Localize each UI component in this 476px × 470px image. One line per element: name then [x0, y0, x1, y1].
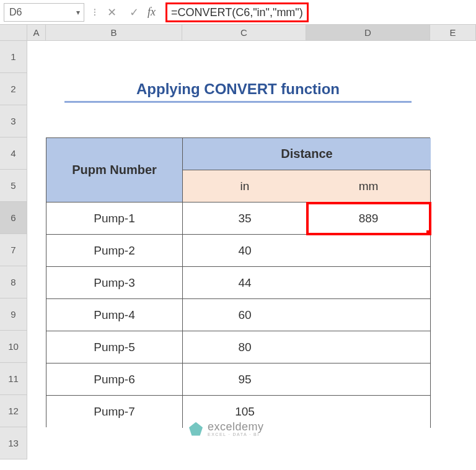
header-distance[interactable]: Distance: [183, 138, 431, 170]
cancel-formula-button[interactable]: ✕: [100, 3, 123, 22]
table-row[interactable]: Pump-5: [46, 331, 183, 363]
table-row[interactable]: 60: [183, 299, 307, 331]
table-row[interactable]: 44: [183, 267, 307, 299]
table-row[interactable]: Pump-7: [46, 396, 183, 428]
spreadsheet-grid: A B C D E 1 2 3 4 5 6 7 8 9 10 11 12 13 …: [0, 25, 476, 459]
formula-text: =CONVERT(C6,"in","mm"): [165, 2, 309, 22]
table-row[interactable]: Pump-1: [46, 202, 183, 235]
row-header-12[interactable]: 12: [0, 395, 27, 427]
table-row[interactable]: [307, 396, 431, 428]
chevron-down-icon[interactable]: ▾: [76, 8, 80, 17]
table-row[interactable]: [307, 299, 431, 331]
fx-icon[interactable]: fx: [145, 6, 162, 19]
logo-icon: [189, 422, 203, 436]
table-row[interactable]: [307, 363, 431, 396]
row-header-9[interactable]: 9: [0, 298, 27, 331]
separator-icon: ⁝: [89, 6, 100, 19]
formula-bar: D6 ▾ ⁝ ✕ ✓ fx =CONVERT(C6,"in","mm"): [0, 0, 476, 25]
formula-input[interactable]: =CONVERT(C6,"in","mm"): [162, 3, 472, 22]
table-row[interactable]: 40: [183, 235, 307, 267]
table-row[interactable]: Pump-4: [46, 299, 183, 331]
accept-formula-button[interactable]: ✓: [123, 3, 145, 22]
row-header-8[interactable]: 8: [0, 266, 27, 298]
sheet-title-text: Applying CONVERT function: [136, 81, 340, 98]
row-header-2[interactable]: 2: [0, 73, 27, 105]
table-row[interactable]: Pump-6: [46, 363, 183, 396]
subheader-in[interactable]: in: [183, 170, 307, 202]
table-row[interactable]: [307, 331, 431, 363]
col-header-C[interactable]: C: [182, 25, 306, 40]
row-header-3[interactable]: 3: [0, 105, 27, 137]
row-header-4[interactable]: 4: [0, 137, 27, 170]
col-header-D[interactable]: D: [306, 25, 430, 40]
row-header-13[interactable]: 13: [0, 427, 27, 459]
watermark: exceldemy EXCEL · DATA · BI: [189, 421, 264, 437]
column-headers: A B C D E: [0, 25, 476, 41]
sheet-title: Applying CONVERT function: [46, 73, 430, 105]
select-all-corner[interactable]: [0, 25, 27, 40]
table-row[interactable]: [307, 235, 431, 267]
cell-D6[interactable]: 889: [307, 202, 431, 235]
cells-area[interactable]: Applying CONVERT function Pupm Number Di…: [27, 41, 476, 459]
col-header-B[interactable]: B: [46, 25, 182, 40]
row-header-7[interactable]: 7: [0, 234, 27, 266]
col-header-E[interactable]: E: [430, 25, 476, 40]
name-box[interactable]: D6 ▾: [4, 3, 84, 22]
table-row[interactable]: Pump-2: [46, 235, 183, 267]
data-table: Pupm Number Distance in mm Pump-1 35 889…: [46, 137, 430, 427]
row-header-5[interactable]: 5: [0, 170, 27, 202]
row-header-1[interactable]: 1: [0, 41, 27, 73]
subheader-mm[interactable]: mm: [307, 170, 431, 202]
row-header-10[interactable]: 10: [0, 331, 27, 363]
name-box-value: D6: [9, 7, 22, 18]
watermark-main: exceldemy: [208, 421, 264, 432]
table-row[interactable]: 80: [183, 331, 307, 363]
table-row[interactable]: Pump-3: [46, 267, 183, 299]
col-header-A[interactable]: A: [27, 25, 46, 40]
row-headers: 1 2 3 4 5 6 7 8 9 10 11 12 13: [0, 41, 27, 459]
table-row[interactable]: [307, 267, 431, 299]
header-pump-number[interactable]: Pupm Number: [46, 138, 183, 202]
table-row[interactable]: 95: [183, 363, 307, 396]
table-row[interactable]: 35: [183, 202, 307, 235]
watermark-sub: EXCEL · DATA · BI: [208, 432, 264, 437]
row-header-11[interactable]: 11: [0, 363, 27, 395]
title-underline: [64, 101, 412, 103]
row-header-6[interactable]: 6: [0, 202, 27, 234]
